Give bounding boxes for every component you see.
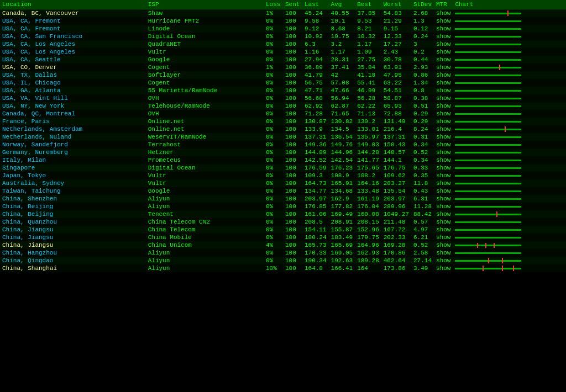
cell-chart xyxy=(453,9,566,18)
mtr-show-link[interactable]: show xyxy=(436,56,450,63)
mtr-show-link[interactable]: show xyxy=(436,257,450,264)
cell-mtr[interactable]: show xyxy=(434,133,453,141)
cell-worst: 58.87 xyxy=(381,94,411,102)
cell-mtr[interactable]: show xyxy=(434,63,453,71)
cell-mtr[interactable]: show xyxy=(434,210,453,218)
mtr-show-link[interactable]: show xyxy=(436,180,450,187)
cell-mtr[interactable]: show xyxy=(434,40,453,48)
cell-mtr[interactable]: show xyxy=(434,110,453,118)
cell-mtr[interactable]: show xyxy=(434,17,453,25)
svg-rect-0 xyxy=(455,13,521,14)
cell-mtr[interactable]: show xyxy=(434,56,453,63)
cell-mtr[interactable]: show xyxy=(434,87,453,94)
cell-mtr[interactable]: show xyxy=(434,164,453,172)
cell-mtr[interactable]: show xyxy=(434,172,453,179)
mtr-show-link[interactable]: show xyxy=(436,250,450,256)
mtr-show-link[interactable]: show xyxy=(436,195,450,202)
mtr-show-link[interactable]: show xyxy=(436,25,450,32)
svg-rect-25 xyxy=(455,183,521,184)
mtr-show-link[interactable]: show xyxy=(436,33,450,40)
mtr-show-link[interactable]: show xyxy=(436,188,450,194)
mtr-show-link[interactable]: show xyxy=(436,165,450,171)
cell-mtr[interactable]: show xyxy=(434,156,453,164)
mtr-show-link[interactable]: show xyxy=(436,203,450,210)
cell-sent: 100 xyxy=(283,141,302,149)
cell-mtr[interactable]: show xyxy=(434,33,453,40)
cell-stdev: 0.44 xyxy=(411,56,434,63)
cell-best: 9.53 xyxy=(355,17,381,25)
cell-last: 208.5 xyxy=(302,218,329,226)
mtr-show-link[interactable]: show xyxy=(436,265,450,272)
mtr-show-link[interactable]: show xyxy=(436,172,450,179)
mtr-show-link[interactable]: show xyxy=(436,118,450,125)
cell-loss: 0% xyxy=(264,149,283,156)
cell-sent: 100 xyxy=(283,257,302,264)
cell-mtr[interactable]: show xyxy=(434,226,453,234)
cell-loss: 10% xyxy=(264,264,283,272)
cell-mtr[interactable]: show xyxy=(434,249,453,257)
cell-mtr[interactable]: show xyxy=(434,125,453,133)
mtr-show-link[interactable]: show xyxy=(436,87,450,94)
cell-mtr[interactable]: show xyxy=(434,94,453,102)
cell-stdev: 2.58 xyxy=(411,249,434,257)
cell-avg: 37.41 xyxy=(329,63,355,71)
cell-mtr[interactable]: show xyxy=(434,79,453,87)
cell-isp: Terrahost xyxy=(146,141,264,149)
cell-mtr[interactable]: show xyxy=(434,102,453,110)
cell-mtr[interactable]: show xyxy=(434,264,453,272)
mtr-show-link[interactable]: show xyxy=(436,211,450,218)
cell-chart xyxy=(453,156,566,164)
mtr-show-link[interactable]: show xyxy=(436,234,450,241)
cell-last: 180.24 xyxy=(302,234,329,241)
mtr-show-link[interactable]: show xyxy=(436,103,450,109)
cell-mtr[interactable]: show xyxy=(434,71,453,79)
cell-avg: 57.08 xyxy=(329,79,355,87)
mtr-show-link[interactable]: show xyxy=(436,72,450,78)
cell-mtr[interactable]: show xyxy=(434,241,453,249)
cell-avg: 134.68 xyxy=(329,187,355,195)
mtr-show-link[interactable]: show xyxy=(436,10,450,17)
cell-mtr[interactable]: show xyxy=(434,149,453,156)
mtr-show-link[interactable]: show xyxy=(436,49,450,55)
cell-chart xyxy=(453,33,566,40)
mtr-show-link[interactable]: show xyxy=(436,149,450,156)
mtr-show-link[interactable]: show xyxy=(436,219,450,225)
mtr-show-link[interactable]: show xyxy=(436,80,450,86)
cell-mtr[interactable]: show xyxy=(434,48,453,56)
cell-avg: 169.05 xyxy=(329,249,355,257)
cell-mtr[interactable]: show xyxy=(434,203,453,210)
mtr-show-link[interactable]: show xyxy=(436,126,450,133)
cell-avg: 10.1 xyxy=(329,17,355,25)
mtr-show-link[interactable]: show xyxy=(436,141,450,148)
cell-mtr[interactable]: show xyxy=(434,187,453,195)
cell-mtr[interactable]: show xyxy=(434,195,453,203)
cell-mtr[interactable]: show xyxy=(434,218,453,226)
cell-mtr[interactable]: show xyxy=(434,9,453,18)
cell-mtr[interactable]: show xyxy=(434,25,453,33)
mtr-show-link[interactable]: show xyxy=(436,134,450,140)
mtr-show-link[interactable]: show xyxy=(436,157,450,163)
mtr-show-link[interactable]: show xyxy=(436,64,450,71)
cell-chart xyxy=(453,17,566,25)
cell-chart xyxy=(453,110,566,118)
mtr-show-link[interactable]: show xyxy=(436,18,450,24)
cell-mtr[interactable]: show xyxy=(434,141,453,149)
cell-mtr[interactable]: show xyxy=(434,179,453,187)
table-row: Netherlands, Amsterdam Online.net 0% 100… xyxy=(0,125,566,133)
svg-rect-26 xyxy=(455,190,521,192)
mtr-show-link[interactable]: show xyxy=(436,95,450,102)
mtr-show-link[interactable]: show xyxy=(436,110,450,117)
cell-mtr[interactable]: show xyxy=(434,234,453,241)
mtr-show-link[interactable]: show xyxy=(436,242,450,248)
network-table: Location ISP Loss Sent Last Avg Best Wor… xyxy=(0,0,566,272)
table-row: Norway, Sandefjord Terrahost 0% 100 149.… xyxy=(0,141,566,149)
cell-avg: 169.49 xyxy=(329,210,355,218)
svg-rect-31 xyxy=(455,221,521,223)
cell-loss: 0% xyxy=(264,94,283,102)
cell-isp: Aliyun xyxy=(146,257,264,264)
mtr-show-link[interactable]: show xyxy=(436,41,450,47)
mtr-show-link[interactable]: show xyxy=(436,226,450,233)
cell-mtr[interactable]: show xyxy=(434,118,453,125)
cell-best: 164 xyxy=(355,264,381,272)
cell-mtr[interactable]: show xyxy=(434,257,453,264)
